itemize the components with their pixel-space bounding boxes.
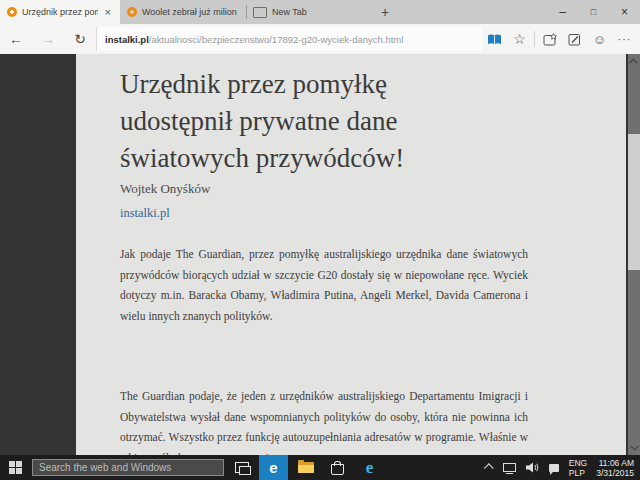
taskbar-search-box[interactable] [32, 459, 224, 476]
volume-button[interactable] [521, 455, 544, 480]
url-path: /aktualnosci/bezpieczenstwo/17892-g20-wy… [149, 34, 404, 45]
store-button[interactable] [323, 455, 352, 480]
page-scrollbar[interactable] [628, 54, 640, 455]
windows-taskbar: e e [0, 455, 640, 480]
chevron-up-icon [484, 463, 494, 473]
web-note-button[interactable] [562, 24, 587, 54]
language-line2: PLP [569, 468, 587, 478]
article-source-link[interactable]: instalki.pl [120, 206, 170, 221]
reading-pane: Urzędnik przez pomyłkę udostępnił prywat… [76, 54, 626, 455]
new-tab-button[interactable]: + [372, 0, 398, 24]
tray-expand-button[interactable] [481, 455, 498, 480]
tab-title: Urzędnik przez pomyłk... [22, 7, 98, 17]
more-actions-button[interactable]: ··· [612, 24, 637, 54]
url-domain: instalki.pl [105, 34, 149, 45]
browser-toolbar: ← → ↻ instalki.pl/aktualnosci/bezpieczen… [0, 24, 640, 54]
reading-view-button[interactable] [482, 24, 507, 54]
article-title: Urzędnik przez pomyłkę udostępnił prywat… [120, 66, 470, 177]
chevron-down-icon [630, 442, 638, 450]
refresh-button[interactable]: ↻ [64, 31, 96, 47]
speaker-icon [526, 462, 539, 473]
tab-new-tab[interactable]: New Tab [246, 0, 358, 24]
instalki-favicon-icon [127, 7, 137, 17]
tab-article[interactable]: Urzędnik przez pomyłk... × [0, 0, 120, 24]
folder-icon [298, 462, 314, 473]
browser-window: Urzędnik przez pomyłk... × Woolet zebrał… [0, 0, 640, 480]
toolbar-separator [534, 31, 535, 47]
windows-logo-icon [9, 461, 22, 474]
file-explorer-button[interactable] [291, 455, 320, 480]
network-status-button[interactable] [498, 455, 521, 480]
feedback-smiley-button[interactable]: ☺ [587, 24, 612, 54]
article-author: Wojtek Onyśków [120, 181, 210, 197]
edge-icon: e [269, 460, 277, 475]
tab-close-icon[interactable]: × [103, 7, 113, 18]
scroll-up-button[interactable] [628, 54, 640, 70]
network-icon [503, 463, 516, 472]
chevron-up-icon [629, 58, 637, 66]
internet-explorer-button[interactable]: e [355, 455, 384, 480]
window-controls: – □ × [547, 0, 640, 24]
scroll-down-button[interactable] [628, 439, 640, 455]
start-button[interactable] [0, 455, 30, 480]
page-content-area: Urzędnik przez pomyłkę udostępnił prywat… [0, 54, 640, 455]
search-input[interactable] [33, 462, 223, 473]
back-button[interactable]: ← [0, 31, 32, 47]
article-paragraph-2: The Guardian podaje, że jeden z urzędnik… [120, 386, 528, 455]
clock-time: 11:06 AM [596, 458, 634, 468]
maximize-button[interactable]: □ [578, 0, 609, 24]
action-center-button[interactable] [544, 455, 564, 480]
taskbar-clock[interactable]: 11:06 AM 3/31/2015 [592, 458, 640, 478]
tab-bar: Urzędnik przez pomyłk... × Woolet zebrał… [0, 0, 640, 24]
toolbar-icons: ☆ ☺ ··· [482, 24, 640, 54]
add-favorite-star-button[interactable]: ☆ [507, 24, 532, 54]
web-note-pen-icon [568, 33, 581, 46]
tab-title: Woolet zebrał już milion złot... [142, 7, 239, 17]
close-button[interactable]: × [609, 0, 640, 24]
hub-button[interactable] [537, 24, 562, 54]
internet-explorer-icon: e [366, 459, 374, 476]
clock-date: 3/31/2015 [596, 468, 634, 478]
store-bag-icon [331, 464, 344, 475]
blank-page-icon [253, 7, 267, 18]
edge-taskbar-button[interactable]: e [259, 455, 288, 480]
forward-button[interactable]: → [32, 31, 64, 47]
system-tray: ENG PLP 11:06 AM 3/31/2015 [481, 455, 640, 480]
hub-favorites-icon [543, 33, 557, 46]
reading-view-book-icon [487, 33, 502, 46]
action-center-icon [549, 464, 559, 472]
language-line1: ENG [569, 458, 587, 468]
scrollbar-thumb[interactable] [628, 134, 640, 270]
instalki-favicon-icon [7, 7, 17, 17]
minimize-button[interactable]: – [547, 0, 578, 24]
tab-woolet[interactable]: Woolet zebrał już milion złot... [120, 0, 246, 24]
ellipsis-icon: ··· [618, 33, 632, 45]
address-bar[interactable]: instalki.pl/aktualnosci/bezpieczenstwo/1… [96, 27, 482, 51]
tab-title: New Tab [272, 7, 307, 17]
article-paragraph-1: Jak podaje The Guardian, przez pomyłkę a… [120, 244, 528, 326]
task-view-button[interactable] [227, 455, 256, 480]
language-indicator[interactable]: ENG PLP [564, 458, 592, 478]
task-view-icon [235, 462, 249, 473]
